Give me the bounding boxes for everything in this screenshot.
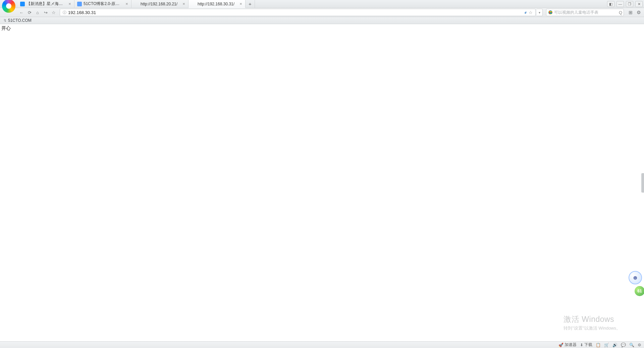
tab-3[interactable]: http://192.168.30.31/ × [189,0,246,8]
status-label: 下载 [584,342,592,348]
bookmark-icon: ↯ [3,18,7,23]
tab-0[interactable]: 【新消息】星メ海的个人 × [17,0,74,8]
skin-button[interactable]: ◧ [607,1,614,7]
tab-1[interactable]: 51CTO博客2.0-原创IT技 × [74,0,131,8]
status-bar: 🚀 加速器 ⬇ 下载 📋 🛒 🔊 💬 🔍 ⚙ [0,341,644,348]
status-settings[interactable]: ⚙ [638,343,641,347]
tab-label: http://192.168.30.31/ [198,2,237,6]
cart-icon: 🛒 [604,343,609,347]
rocket-icon: 🚀 [558,343,564,347]
favicon-icon [77,2,82,6]
status-sound[interactable]: 🔊 [612,343,618,347]
tab-label: http://192.168.20.21/ [141,2,180,6]
windows-activation-watermark: 激活 Windows 转到"设置"以激活 Windows。 [564,314,621,331]
bookmark-label: 51CTO.COM [8,18,32,23]
watermark-line2: 转到"设置"以激活 Windows。 [564,325,621,331]
tab-2[interactable]: http://192.168.20.21/ × [131,0,189,8]
status-download[interactable]: ⬇ 下载 [580,342,592,348]
back-button[interactable]: ← [18,9,25,16]
tab-label: 【新消息】星メ海的个人 [26,1,66,7]
close-icon[interactable]: × [124,2,129,6]
download-icon: ⬇ [580,343,583,347]
page-viewport: 开心 激活 Windows 转到"设置"以激活 Windows。 ☻ 61 [0,24,644,341]
close-icon[interactable]: × [67,2,72,6]
compat-mode-icon[interactable]: e [525,10,527,15]
favorite-icon[interactable]: ☆ [529,10,533,15]
bookmarks-bar: ↯ 51CTO.COM [0,17,644,24]
right-tools: ⊞ ⚙ [627,9,642,16]
status-accelerator[interactable]: 🚀 加速器 [558,342,577,348]
toolbar: ← ⟳ ⌂ ↪ ☆ ⓘ e ☆ ▾ Q ⊞ ⚙ [0,8,644,17]
close-icon[interactable]: × [238,2,243,6]
close-window-button[interactable]: ✕ [635,1,643,7]
side-panel-handle[interactable] [641,173,644,193]
float-badge[interactable]: 61 [635,286,644,296]
home-button[interactable]: ⌂ [34,9,41,16]
chat-icon: 💬 [621,343,626,347]
status-chat[interactable]: 💬 [621,343,626,347]
forward-button[interactable]: ↪ [42,9,49,16]
search-provider-icon[interactable] [548,10,552,14]
star-button[interactable]: ☆ [50,9,57,16]
address-right-icons: e ☆ [523,10,534,15]
extensions-icon[interactable]: ⊞ [627,9,634,16]
zoom-icon: 🔍 [629,343,634,347]
minimize-button[interactable]: — [616,1,624,7]
menu-icon[interactable]: ⚙ [635,9,642,16]
sound-icon: 🔊 [612,343,618,347]
favicon-icon [20,2,25,6]
status-label: 加速器 [565,342,577,348]
status-clipboard[interactable]: 📋 [596,343,601,347]
gear-icon: ⚙ [638,343,641,347]
tab-strip: 【新消息】星メ海的个人 × 51CTO博客2.0-原创IT技 × http://… [0,0,644,8]
search-bar[interactable]: Q [546,9,624,16]
site-info-icon[interactable]: ⓘ [62,10,67,15]
clipboard-icon: 📋 [596,343,601,347]
watermark-line1: 激活 Windows [564,314,621,325]
address-bar[interactable]: ⓘ e ☆ [60,9,536,16]
close-icon[interactable]: × [181,2,186,6]
search-go-icon[interactable]: Q [619,10,622,15]
page-body-text: 开心 [0,24,644,33]
window-controls: ◧ — ❐ ✕ [607,0,643,8]
address-dropdown-button[interactable]: ▾ [537,9,543,16]
restore-button[interactable]: ❐ [626,1,633,7]
assistant-float-icon[interactable]: ☻ [629,271,642,284]
tab-label: 51CTO博客2.0-原创IT技 [84,1,123,7]
status-cart[interactable]: 🛒 [604,343,609,347]
status-zoom[interactable]: 🔍 [629,343,634,347]
reload-button[interactable]: ⟳ [26,9,33,16]
new-tab-button[interactable]: + [246,0,255,8]
address-input[interactable] [68,10,523,15]
search-input[interactable] [554,10,619,15]
bookmark-item[interactable]: ↯ 51CTO.COM [2,17,33,23]
